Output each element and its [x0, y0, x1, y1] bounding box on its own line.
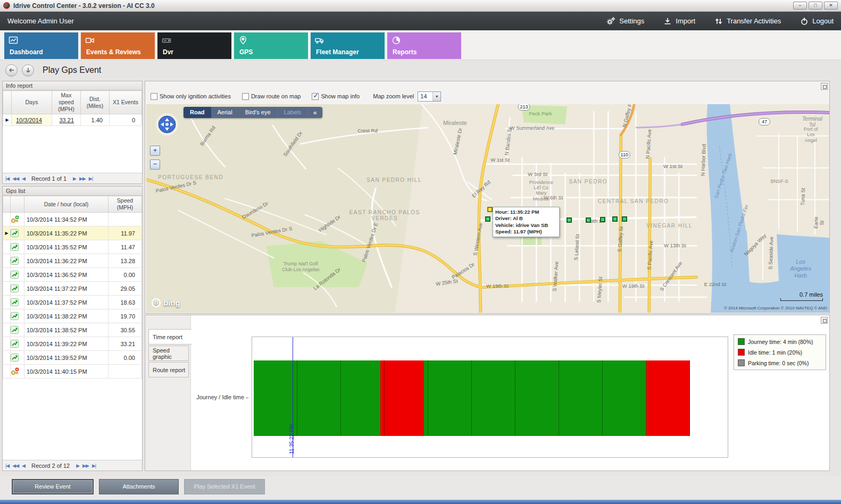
tab-events-reviews[interactable]: Events & Reviews: [81, 32, 155, 59]
chevron-down-icon: ▼: [432, 92, 440, 101]
gps-list-row[interactable]: 10/3/2014 11:39:52 PM 0.00: [3, 351, 142, 365]
days-link[interactable]: 10/3/2014: [12, 114, 52, 126]
gps-list-row[interactable]: 10/3/2014 11:38:52 PM 30.55: [3, 323, 142, 337]
minimize-button[interactable]: –: [793, 2, 807, 10]
gps-list-row[interactable]: 10/3/2014 11:39:22 PM 33.21: [3, 337, 142, 351]
last-record-button[interactable]: ▶|: [89, 176, 93, 181]
map-tooltip: Hour: 11:35:22 PM Driver: Al B Vehicle: …: [493, 207, 560, 237]
attachments-button[interactable]: Attachments: [99, 479, 179, 494]
first-record-button[interactable]: |◀: [5, 463, 9, 468]
datetime-cell: 10/3/2014 11:35:52 PM: [24, 240, 109, 254]
column-header-max-speed[interactable]: Max speed (MPH): [52, 91, 81, 114]
last-record-button[interactable]: ▶|: [92, 463, 96, 468]
power-icon: [800, 17, 809, 26]
next-page-button[interactable]: ▶▶: [82, 463, 89, 468]
gps-icon: [11, 309, 24, 323]
prev-page-button[interactable]: ◀◀: [12, 463, 19, 468]
gps-list-row[interactable]: 10/3/2014 11:40:15 PM: [3, 365, 142, 379]
settings-button[interactable]: Settings: [606, 16, 644, 26]
map-mode-birds-eye[interactable]: Bird's eye: [239, 107, 277, 118]
gps-route-marker[interactable]: [567, 217, 572, 223]
max-speed-link[interactable]: 33.21: [52, 114, 81, 126]
gears-icon: [606, 16, 615, 26]
collapse-mode-bar-button[interactable]: «: [307, 109, 322, 116]
next-record-button[interactable]: ▶: [76, 463, 79, 468]
logout-button[interactable]: Logout: [800, 17, 834, 26]
map-mode-labels[interactable]: Labels: [277, 107, 307, 118]
column-header-datetime[interactable]: Date / hour (local): [24, 196, 109, 213]
draw-route-on-map-checkbox[interactable]: Draw route on map: [242, 93, 301, 100]
column-header-speed[interactable]: Speed (MPH): [109, 196, 142, 213]
prev-page-button[interactable]: ◀◀: [12, 176, 19, 181]
tab-speed-graphic[interactable]: Speed graphic: [148, 346, 189, 361]
first-record-button[interactable]: |◀: [5, 176, 9, 181]
map-compass-control[interactable]: [155, 112, 179, 137]
datetime-cell: 10/3/2014 11:36:22 PM: [24, 254, 109, 268]
gps-list-row[interactable]: ▶ 10/3/2014 11:35:22 PM 11.97: [3, 226, 142, 240]
next-record-button[interactable]: ▶: [73, 176, 76, 181]
bing-map[interactable]: MiralestePeck ParkW Summerland AveCrest …: [146, 104, 829, 313]
prev-record-button[interactable]: ◀: [22, 463, 25, 468]
tab-fleet-manager[interactable]: Fleet Manager: [311, 32, 385, 59]
collapse-chart-panel-button[interactable]: [821, 317, 828, 324]
map-scale: 0.7 miles: [780, 291, 823, 301]
speed-cell: 11.97: [109, 226, 142, 240]
legend-swatch: [738, 359, 745, 366]
info-report-row[interactable]: ▶ 10/3/2014 33.21 1.40 0: [3, 114, 142, 126]
column-header[interactable]: [3, 91, 12, 114]
map-panel: Show only ignition activities Draw route…: [145, 81, 830, 314]
gps-list-row[interactable]: 10/3/2014 11:38:22 PM 19.70: [3, 309, 142, 323]
column-header-days[interactable]: Days: [12, 91, 52, 114]
gps-route-marker[interactable]: [600, 217, 605, 222]
next-page-button[interactable]: ▶▶: [79, 176, 86, 181]
tab-route-report[interactable]: Route report: [148, 362, 189, 377]
collapse-map-panel-button[interactable]: [821, 83, 828, 90]
time-report-chart: 11:35:22 PM: [252, 337, 728, 458]
gps-list-row[interactable]: 10/3/2014 11:36:22 PM 13.28: [3, 254, 142, 268]
tab-time-report[interactable]: Time report: [148, 329, 191, 345]
show-map-info-checkbox[interactable]: Show map info: [312, 93, 360, 100]
column-header-icon[interactable]: [11, 196, 24, 213]
speed-cell: 0.00: [109, 351, 142, 365]
column-header-dist[interactable]: Dist. (Miles): [81, 91, 110, 114]
back-button[interactable]: [5, 64, 18, 77]
gps-list-row[interactable]: 10/3/2014 11:35:52 PM 11.47: [3, 240, 142, 254]
review-event-button[interactable]: Review Event: [12, 479, 94, 494]
record-count-label: Record 1 of 1: [31, 175, 66, 182]
zoom-in-button[interactable]: +: [150, 146, 160, 156]
maximize-button[interactable]: □: [809, 2, 822, 10]
map-mode-road[interactable]: Road: [184, 107, 211, 118]
gps-route-marker[interactable]: [485, 216, 490, 222]
tab-gps[interactable]: GPS: [234, 32, 308, 59]
tab-dashboard[interactable]: Dashboard: [4, 32, 78, 59]
tooltip-vehicle: Vehicle: idrive Van SB: [495, 222, 557, 229]
gps-list-row[interactable]: 10/3/2014 11:36:52 PM 0.00: [3, 268, 142, 282]
gps-list-row[interactable]: 10/3/2014 11:37:22 PM 29.05: [3, 282, 142, 296]
map-mode-aerial[interactable]: Aerial: [211, 107, 239, 118]
tooltip-driver: Driver: Al B: [495, 215, 557, 222]
gps-route-marker[interactable]: [612, 216, 618, 222]
show-only-ignition-activities-checkbox[interactable]: Show only ignition activities: [151, 93, 231, 100]
gps-route-marker[interactable]: [487, 207, 493, 212]
column-header[interactable]: [3, 196, 11, 213]
down-button[interactable]: [22, 64, 34, 77]
tab-reports[interactable]: Reports: [387, 32, 461, 59]
gps-list-row[interactable]: 10/3/2014 11:34:52 PM: [3, 213, 142, 226]
prev-record-button[interactable]: ◀: [22, 176, 25, 181]
checkbox-box: [312, 93, 319, 100]
map-zoom-select[interactable]: 14 ▼: [418, 91, 441, 102]
import-button[interactable]: Import: [663, 17, 695, 26]
gps-route-marker[interactable]: [586, 217, 591, 223]
chart-legend: Journey time: 4 min (80%)Idle time: 1 mi…: [734, 334, 826, 370]
datetime-cell: 10/3/2014 11:37:22 PM: [24, 282, 109, 296]
dist-cell: 1.40: [81, 114, 110, 126]
tab-dvr[interactable]: Dvr: [157, 32, 231, 59]
transfer-activities-button[interactable]: Transfer Activities: [714, 17, 781, 26]
gps-route-marker[interactable]: [622, 216, 627, 222]
speed-cell: 33.21: [109, 337, 142, 351]
gps-list-row[interactable]: 10/3/2014 11:37:52 PM 18.63: [3, 296, 142, 309]
column-header-x1-events[interactable]: X1 Events: [110, 91, 142, 114]
close-button[interactable]: ✕: [824, 2, 838, 10]
zoom-out-button[interactable]: −: [150, 159, 160, 170]
row-indicator: [3, 240, 11, 254]
